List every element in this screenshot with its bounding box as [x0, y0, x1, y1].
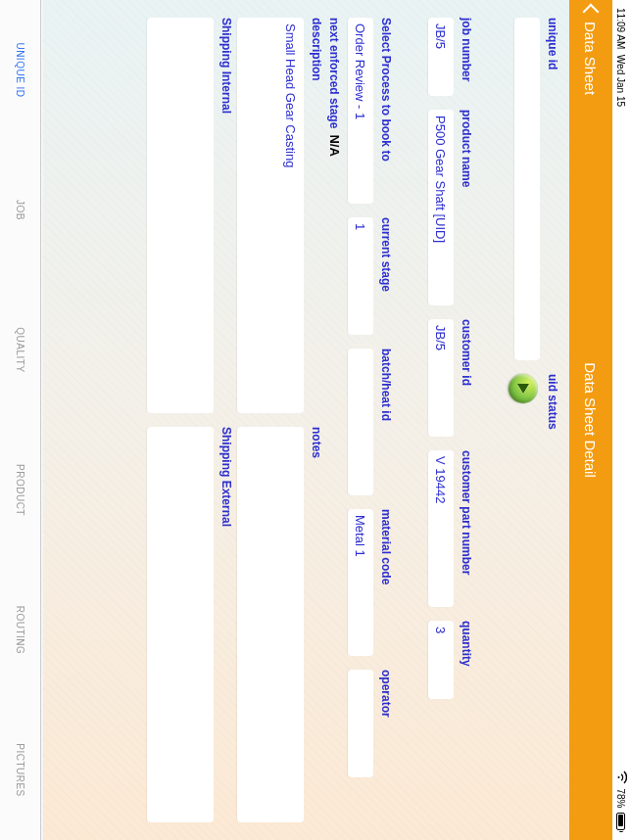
- tab-routing[interactable]: ROUTING: [0, 560, 40, 700]
- customer-pn-value[interactable]: V 19442: [428, 450, 454, 607]
- ship-internal-textbox[interactable]: [147, 18, 214, 413]
- wifi-icon: [615, 770, 627, 784]
- nav-header: Data Sheet Data Sheet Detail: [569, 0, 612, 840]
- label-ship-internal: Shipping Internal: [219, 18, 233, 413]
- label-customer-pn: customer part number: [460, 450, 473, 607]
- label-job-number: job number: [460, 18, 473, 96]
- unique-id-input[interactable]: [514, 18, 540, 360]
- tab-quality[interactable]: QUALITY: [0, 280, 40, 420]
- status-bar: 11:09 AM Wed Jan 15 78%: [612, 0, 630, 840]
- label-process: Select Process to book to: [379, 18, 393, 204]
- label-next-stage: next enforced stage: [327, 18, 341, 128]
- tab-job[interactable]: JOB: [0, 140, 40, 280]
- content-area: unique id uid status job number product …: [43, 0, 569, 840]
- tab-unique-id[interactable]: UNIQUE ID: [0, 0, 40, 140]
- material-value[interactable]: Metal 1: [348, 509, 373, 656]
- label-material: material code: [379, 509, 393, 656]
- battery-icon: [617, 813, 626, 833]
- battery-percent: 78%: [616, 788, 627, 808]
- label-notes: notes: [310, 427, 323, 822]
- ship-external-textbox[interactable]: [147, 427, 214, 822]
- label-operator: operator: [379, 670, 393, 777]
- back-label: Data Sheet: [583, 22, 600, 95]
- status-right: 78%: [615, 770, 627, 832]
- label-product-name: product name: [460, 110, 473, 305]
- quantity-value[interactable]: 3: [428, 621, 454, 699]
- label-quantity: quantity: [460, 621, 473, 699]
- page-title: Data Sheet Detail: [583, 0, 600, 840]
- status-time: 11:09 AM: [616, 8, 627, 49]
- tab-product[interactable]: PRODUCT: [0, 420, 40, 560]
- label-unique-id: unique id: [546, 18, 559, 360]
- label-ship-external: Shipping External: [219, 427, 233, 822]
- back-button[interactable]: Data Sheet: [583, 0, 600, 101]
- label-customer-id: customer id: [460, 319, 473, 437]
- process-select[interactable]: Order Review - 1: [348, 18, 373, 204]
- uid-status-icon[interactable]: [509, 374, 538, 403]
- label-description: description: [310, 18, 323, 413]
- chevron-left-icon: [583, 4, 600, 21]
- description-textbox[interactable]: Small Head Gear Casting: [237, 18, 304, 413]
- customer-id-value[interactable]: JB/5: [428, 319, 454, 437]
- label-batch: batch/heat id: [379, 349, 393, 495]
- operator-input[interactable]: [348, 670, 373, 777]
- batch-input[interactable]: [348, 349, 373, 495]
- tab-bar: UNIQUE ID JOB QUALITY PRODUCT ROUTING PI…: [0, 0, 41, 840]
- status-date: Wed Jan 15: [616, 55, 627, 107]
- next-stage-value: N/A: [327, 134, 342, 156]
- label-current-stage: current stage: [379, 217, 393, 335]
- current-stage-value[interactable]: 1: [348, 217, 373, 335]
- notes-textbox[interactable]: [237, 427, 304, 822]
- arrow-right-icon: [517, 384, 529, 394]
- status-left: 11:09 AM Wed Jan 15: [616, 8, 627, 107]
- label-uid-status: uid status: [546, 374, 559, 822]
- job-number-value[interactable]: JB/5: [428, 18, 454, 96]
- product-name-value[interactable]: P500 Gear Shaft [UID]: [428, 110, 454, 305]
- tab-pictures[interactable]: PICTURES: [0, 700, 40, 840]
